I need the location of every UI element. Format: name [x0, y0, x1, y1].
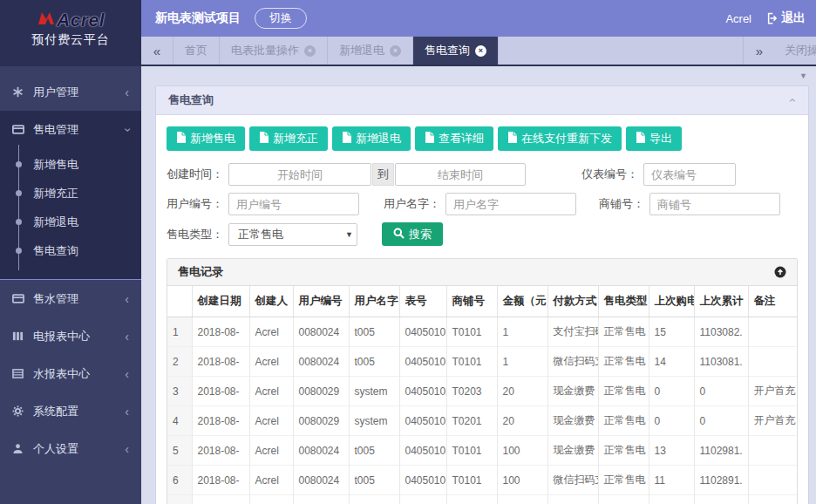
- table-cell: 0080024: [293, 495, 349, 504]
- end-time-input[interactable]: [395, 163, 526, 186]
- table-cell: 2018-08-: [192, 377, 249, 406]
- table-cell: 正常售电: [598, 317, 649, 347]
- table-cell: 15: [649, 317, 694, 347]
- sidebar-item-electric-report-center[interactable]: 电报表中心‹: [0, 317, 141, 355]
- select-caret-icon: ▼: [345, 230, 353, 239]
- sidebar-subitem-new-recharge-correction[interactable]: 新增充正: [0, 179, 141, 208]
- start-time-input[interactable]: [228, 163, 371, 186]
- page-icon: [342, 132, 351, 146]
- chevron-left-icon: ‹: [125, 405, 129, 418]
- main-area: 新电表测试项目 切换 Acrel 退出 « 首页电表批量操作×新增退电×售电查询…: [141, 0, 816, 504]
- panel-header: 售电查询 ‹: [156, 86, 808, 115]
- sidebar-item-label: 电报表中心: [33, 329, 90, 344]
- export-button[interactable]: 导出: [626, 126, 682, 151]
- sale-card-icon: [12, 124, 24, 136]
- table-cell: t005: [349, 466, 399, 495]
- collapse-panel-icon[interactable]: ‹: [787, 99, 801, 103]
- table-row[interactable]: 72018-08-Acrel0080024t00504050101T010110…: [167, 495, 797, 504]
- logout-button[interactable]: 退出: [781, 10, 806, 26]
- sidebar-subitem-sale-query[interactable]: 售电查询: [0, 236, 141, 265]
- sidebar-item-personal-settings[interactable]: 个人设置‹: [0, 430, 141, 467]
- tab-new-refund[interactable]: 新增退电×: [328, 37, 413, 65]
- table-cell: 14: [649, 347, 694, 377]
- column-header: 上次累计: [694, 286, 748, 317]
- acrel-logo-icon: [37, 10, 56, 31]
- chevron-left-icon: ‹: [125, 330, 129, 343]
- close-tab-icon[interactable]: ×: [390, 45, 401, 57]
- panel-title: 售电查询: [168, 92, 214, 108]
- sidebar-item-label: 水报表中心: [33, 366, 90, 382]
- table-cell: T0203: [446, 377, 497, 406]
- table-cell: [748, 347, 797, 377]
- table-cell: 7: [167, 495, 192, 504]
- tabs: 首页电表批量操作×新增退电×售电查询×: [173, 37, 499, 65]
- table-cell: 支付宝扫码支付: [547, 495, 598, 504]
- new-recharge-correction-button[interactable]: 新增充正: [249, 126, 328, 151]
- close-operations-button[interactable]: 关闭操作: [775, 37, 816, 65]
- table-cell: 现金缴费: [547, 436, 598, 466]
- tab-sale-query[interactable]: 售电查询×: [413, 37, 499, 65]
- sidebar-item-water-sale-management[interactable]: 售水管理‹: [0, 280, 141, 317]
- table-cell: 正常售电: [598, 466, 649, 495]
- sidebar-item-water-report-center[interactable]: 水报表中心‹: [0, 355, 141, 392]
- button-label: 新增退电: [356, 131, 401, 146]
- sidebar-item-electric-sale-management[interactable]: 售电管理‹: [0, 111, 141, 148]
- caret-down-icon[interactable]: ▼: [799, 72, 807, 80]
- table-cell: 1103081.: [694, 347, 748, 377]
- table-row[interactable]: 62018-08-Acrel0080024t00504050101T010110…: [167, 466, 797, 495]
- online-pay-resend-button[interactable]: 在线支付重新下发: [498, 126, 622, 151]
- chevron-left-icon: ‹: [125, 368, 129, 380]
- sidebar-subitem-new-refund[interactable]: 新增退电: [0, 208, 141, 236]
- sale-query-panel: 售电查询 ‹ 新增售电新增充正新增退电查看详细在线支付重新下发导出 创建时间： …: [155, 85, 809, 504]
- sale-card-icon: [12, 293, 24, 305]
- new-sale-button[interactable]: 新增售电: [167, 126, 245, 151]
- close-tab-icon[interactable]: ×: [304, 45, 316, 57]
- table-cell: Acrel: [249, 436, 293, 466]
- view-detail-button[interactable]: 查看详细: [415, 126, 493, 151]
- filter-row-2: 用户编号： 用户名字： 商铺号：: [167, 193, 798, 215]
- sale-type-select[interactable]: 正常售电 ▼: [228, 223, 357, 246]
- new-refund-button[interactable]: 新增退电: [332, 126, 411, 151]
- sidebar-subitem-new-sale[interactable]: 新增售电: [0, 150, 141, 179]
- sidebar-item-user-management[interactable]: 用户管理‹: [0, 73, 141, 111]
- user-no-input[interactable]: [228, 193, 359, 215]
- table-cell: 微信扫码支付: [547, 466, 598, 495]
- table-cell: T0101: [446, 436, 497, 466]
- search-button[interactable]: 搜索: [382, 222, 443, 246]
- table-cell: t005: [349, 436, 399, 466]
- shop-no-input[interactable]: [649, 193, 780, 215]
- table-cell: 0080029: [293, 377, 349, 406]
- arrow-circle-up-icon[interactable]: [774, 266, 786, 278]
- table-header-row: 创建日期创建人用户编号用户名字表号商铺号金额（元）付款方式售电类型上次购电上次累…: [167, 286, 797, 317]
- table-cell: 1000: [497, 495, 547, 504]
- table-cell: 11: [649, 466, 694, 495]
- column-header: 创建日期: [192, 286, 249, 317]
- button-label: 在线支付重新下发: [521, 131, 612, 146]
- table-cell: 现金缴费: [547, 406, 598, 436]
- table-cell: 100: [497, 466, 547, 495]
- tabbar-spacer: [499, 37, 743, 65]
- sale-records-panel: 售电记录 创建日期创建人用户编号用户名字表号商铺号金额（元）付款方式售电类型上次…: [167, 258, 798, 504]
- sidebar-item-system-config[interactable]: 系统配置‹: [0, 392, 141, 430]
- table-row[interactable]: 42018-08-Acrel0080029system04050102T0201…: [167, 406, 797, 436]
- table-cell: 开户首充: [748, 406, 797, 436]
- table-cell: 正常售电: [598, 406, 649, 436]
- tab-home[interactable]: 首页: [173, 37, 220, 65]
- switch-project-button[interactable]: 切换: [255, 8, 307, 29]
- table-row[interactable]: 52018-08-Acrel0080024t00504050101T010110…: [167, 436, 797, 466]
- table-row[interactable]: 32018-08-Acrel0080029system04050102T0203…: [167, 377, 797, 406]
- filter-row-3: 售电类型： 正常售电 ▼ 搜索: [167, 222, 798, 246]
- table-cell: 2018-08-: [192, 406, 249, 436]
- user-name-input[interactable]: [445, 193, 576, 215]
- tab-meter-batch-ops[interactable]: 电表批量操作×: [220, 37, 328, 65]
- table-cell: 1102891.: [694, 466, 748, 495]
- tabs-scroll-left-icon[interactable]: «: [141, 37, 173, 65]
- filter-row-1: 创建时间： 到 仪表编号：: [167, 163, 798, 186]
- gear-icon: [12, 405, 24, 418]
- close-tab-icon[interactable]: ×: [475, 45, 486, 57]
- table-row[interactable]: 12018-08-Acrel0080024t00504050101T01011支…: [167, 317, 797, 347]
- meter-no-input[interactable]: [643, 163, 736, 186]
- tabs-scroll-right-icon[interactable]: »: [743, 37, 775, 65]
- table-cell: 4: [167, 406, 192, 436]
- table-row[interactable]: 22018-08-Acrel0080024t00504050101T01011微…: [167, 347, 797, 377]
